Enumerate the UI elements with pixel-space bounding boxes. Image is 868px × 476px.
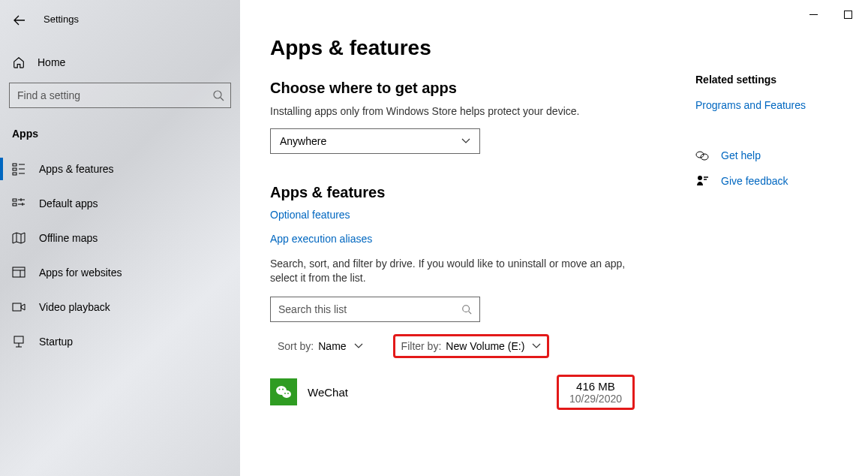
wechat-icon (275, 383, 293, 401)
sidebar-item-label: Apps for websites (39, 267, 122, 279)
app-size: 416 MB (569, 380, 622, 393)
offline-maps-icon (12, 231, 26, 245)
svg-rect-9 (844, 11, 851, 18)
sidebar-item-default-apps[interactable]: Default apps (0, 186, 240, 221)
sidebar: Settings Home Apps Apps & features Defau… (0, 0, 240, 476)
svg-point-17 (696, 152, 704, 158)
svg-rect-8 (14, 336, 23, 343)
optional-features-link[interactable]: Optional features (270, 209, 838, 221)
related-settings: Related settings Programs and Features G… (695, 74, 838, 200)
filter-label: Filter by: (401, 340, 442, 352)
combo-value: Anywhere (280, 135, 326, 147)
get-help-link[interactable]: Get help (721, 149, 761, 161)
chevron-down-icon (532, 342, 541, 351)
app-search-input[interactable] (278, 303, 461, 315)
apps-websites-icon (12, 266, 26, 279)
chevron-down-icon (461, 137, 470, 146)
filter-row: Sort by: Name Filter by: New Volume (E:) (270, 334, 838, 358)
arrow-left-icon (14, 14, 26, 26)
svg-rect-6 (13, 267, 25, 277)
app-source-combo[interactable]: Anywhere (270, 128, 480, 154)
svg-point-16 (287, 393, 289, 394)
feedback-link[interactable]: Give feedback (721, 175, 788, 187)
sidebar-search-input[interactable] (17, 89, 212, 101)
filter-by-control[interactable]: Filter by: New Volume (E:) (393, 334, 550, 358)
svg-point-13 (279, 389, 281, 390)
app-search[interactable] (270, 297, 480, 322)
sort-label: Sort by: (278, 340, 314, 352)
search-icon (461, 304, 472, 315)
sidebar-search[interactable] (9, 83, 231, 108)
sidebar-home-label: Home (38, 56, 65, 68)
minimize-icon (809, 11, 818, 19)
chevron-down-icon (354, 342, 363, 351)
sidebar-item-video-playback[interactable]: Video playback (0, 290, 240, 324)
filter-value: New Volume (E:) (446, 340, 524, 352)
window-controls (796, 3, 865, 26)
video-playback-icon (12, 300, 26, 314)
section-description: Installing apps only from Windows Store … (270, 104, 645, 119)
feedback-icon (695, 174, 709, 188)
svg-point-12 (282, 390, 291, 398)
sidebar-item-offline-maps[interactable]: Offline maps (0, 221, 240, 255)
svg-point-10 (463, 306, 470, 312)
minimize-button[interactable] (796, 3, 830, 26)
svg-rect-7 (13, 303, 21, 311)
svg-point-15 (284, 393, 286, 394)
home-icon (12, 56, 26, 69)
apps-features-icon (12, 162, 26, 176)
sidebar-home[interactable]: Home (0, 48, 240, 77)
sidebar-item-label: Startup (39, 336, 73, 348)
svg-point-14 (282, 389, 284, 390)
maximize-icon (844, 11, 852, 19)
sidebar-item-label: Default apps (39, 197, 98, 209)
sidebar-item-label: Apps & features (39, 163, 114, 175)
search-icon (212, 89, 224, 101)
main-content: Apps & features Choose where to get apps… (240, 0, 868, 476)
programs-features-link[interactable]: Programs and Features (695, 99, 838, 111)
sort-value: Name (318, 340, 346, 352)
sidebar-item-startup[interactable]: Startup (0, 324, 240, 359)
svg-rect-1 (13, 164, 17, 166)
maximize-button[interactable] (830, 3, 865, 26)
section-description: Search, sort, and filter by drive. If yo… (270, 257, 645, 286)
app-meta: 416 MB 10/29/2020 (557, 375, 635, 410)
startup-icon (12, 335, 26, 348)
svg-point-0 (214, 91, 221, 98)
help-icon (695, 149, 709, 162)
sidebar-item-apps-features[interactable]: Apps & features (0, 152, 240, 186)
default-apps-icon (12, 197, 26, 210)
svg-point-18 (701, 154, 708, 160)
sidebar-item-apps-websites[interactable]: Apps for websites (0, 255, 240, 290)
svg-rect-2 (13, 168, 17, 170)
window-title: Settings (44, 14, 79, 25)
svg-rect-4 (13, 199, 17, 201)
app-icon-wechat (270, 378, 297, 405)
app-list-item[interactable]: WeChat 416 MB 10/29/2020 (270, 375, 635, 410)
sidebar-item-label: Video playback (39, 301, 110, 313)
feedback-row[interactable]: Give feedback (695, 174, 838, 188)
svg-rect-5 (13, 203, 17, 206)
app-name: WeChat (308, 386, 348, 399)
app-aliases-link[interactable]: App execution aliases (270, 233, 838, 245)
svg-rect-3 (13, 173, 17, 175)
related-heading: Related settings (695, 74, 838, 86)
page-title: Apps & features (270, 36, 838, 60)
sidebar-item-label: Offline maps (39, 232, 98, 244)
app-date: 10/29/2020 (569, 393, 622, 405)
back-button[interactable] (5, 9, 35, 32)
svg-point-19 (698, 176, 702, 180)
sidebar-category: Apps (0, 122, 240, 152)
get-help-row[interactable]: Get help (695, 149, 838, 162)
sort-by-control[interactable]: Sort by: Name (270, 334, 371, 358)
